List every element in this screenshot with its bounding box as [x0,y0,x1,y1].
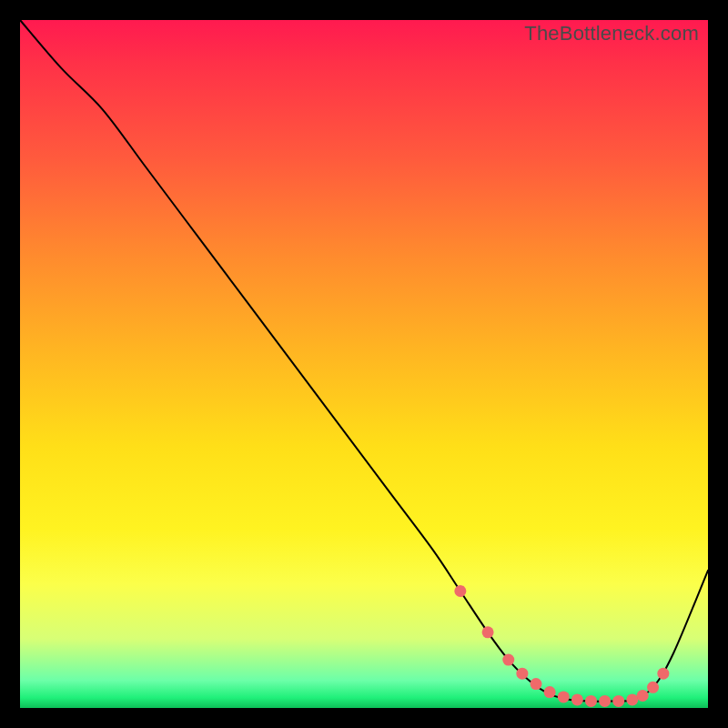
chart-overlay [20,20,708,708]
highlight-dot [637,690,649,702]
highlight-dot [531,678,542,690]
highlight-dot [612,695,624,707]
chart-frame: TheBottleneck.com [0,0,728,728]
highlight-dot [585,695,597,707]
highlight-dot [482,626,494,638]
plot-area: TheBottleneck.com [20,20,708,708]
highlight-dot [647,682,659,693]
highlight-dot [626,693,638,705]
highlight-dot [544,686,556,698]
highlight-dot [454,585,466,597]
bottleneck-curve [20,20,708,702]
watermark-text: TheBottleneck.com [524,22,699,46]
highlight-dot [502,654,514,666]
highlight-dots [454,585,669,707]
highlight-dot [657,668,669,680]
highlight-dot [599,695,611,707]
highlight-dot [558,691,570,703]
highlight-dot [516,668,528,680]
highlight-dot [571,693,583,705]
